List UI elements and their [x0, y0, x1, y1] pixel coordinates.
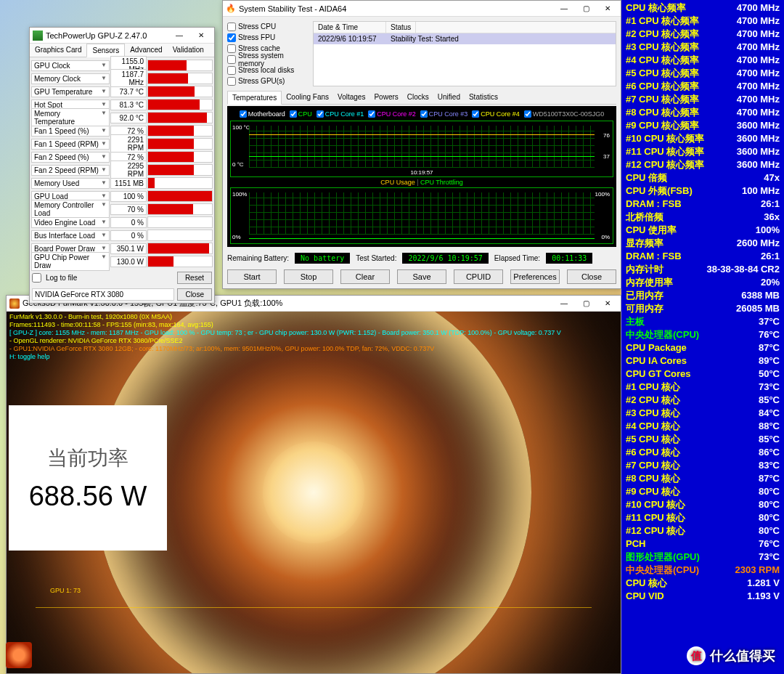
aida-titlebar[interactable]: 🔥 System Stability Test - AIDA64 — ▢ ✕ — [223, 1, 621, 17]
sensor-value[interactable]: 92.0 °C — [110, 113, 147, 123]
preferences-button[interactable]: Preferences — [510, 269, 560, 284]
sensor-value[interactable]: 130.0 W — [110, 256, 147, 267]
sensor-label[interactable]: Video Engine Load▼ — [31, 217, 110, 228]
aida-subtab-voltages[interactable]: Voltages — [333, 91, 369, 104]
start-button[interactable]: Start — [227, 269, 277, 284]
osd-name: #9 CPU 核心 — [626, 485, 680, 498]
stress-label: Stress system memory — [238, 52, 307, 68]
osd-value: 73°C — [759, 381, 780, 394]
aida-subtab-unified[interactable]: Unified — [433, 91, 465, 104]
sensor-value[interactable]: 1187.7 MHz — [110, 69, 147, 88]
osd-row: #12 CPU 核心80°C — [626, 524, 780, 537]
sensor-row: Memory Used▼1151 MB — [31, 176, 213, 190]
gpuz-title: TechPowerUp GPU-Z 2.47.0 — [46, 31, 147, 40]
sensor-value[interactable]: 0 % — [110, 217, 147, 228]
sensor-value[interactable]: 2291 RPM — [110, 134, 147, 153]
close-button[interactable]: Close — [567, 269, 616, 284]
minimize-button[interactable]: — — [169, 29, 189, 42]
osd-value: 100 MHz — [742, 184, 780, 198]
close-button-footer[interactable]: Close — [177, 288, 212, 301]
osd-name: 已用内存 — [626, 289, 663, 302]
sensor-label[interactable]: Fan 2 Speed (RPM)▼ — [31, 165, 110, 176]
sensor-label[interactable]: Fan 1 Speed (%)▼ — [31, 126, 110, 137]
stress-checkbox[interactable] — [227, 77, 236, 86]
sensor-label[interactable]: Fan 1 Speed (RPM)▼ — [31, 139, 110, 150]
sensor-label[interactable]: GPU Clock▼ — [31, 60, 110, 71]
sensor-label[interactable]: Memory Temperature▼ — [31, 108, 110, 127]
elapsed-value: 00:11:33 — [546, 253, 592, 264]
sensor-label[interactable]: Memory Controller Load▼ — [31, 200, 110, 219]
stress-checkbox[interactable] — [227, 55, 236, 64]
minimize-button[interactable]: — — [554, 297, 574, 310]
stress-checkbox[interactable] — [227, 23, 236, 31]
cpu-osd-panel: CPU 核心频率4700 MHz#1 CPU 核心频率4700 MHz#2 CP… — [621, 0, 784, 674]
sensor-value[interactable]: 0 % — [110, 230, 147, 241]
maximize-button[interactable]: ▢ — [576, 297, 596, 310]
legend-checkbox[interactable] — [472, 110, 479, 118]
aida-subtab-powers[interactable]: Powers — [369, 91, 402, 104]
sensor-value[interactable]: 81.3 °C — [110, 100, 147, 110]
close-button[interactable]: ✕ — [597, 297, 618, 310]
sensor-label[interactable]: Memory Used▼ — [31, 178, 110, 189]
furmark-taskbar-icon[interactable] — [6, 642, 32, 668]
save-button[interactable]: Save — [397, 269, 446, 284]
aida-subtab-clocks[interactable]: Clocks — [403, 91, 433, 104]
minimize-button[interactable]: — — [554, 2, 574, 15]
maximize-button[interactable]: ▢ — [576, 2, 596, 15]
sensor-value[interactable]: 100 % — [110, 191, 147, 202]
aida-subtab-statistics[interactable]: Statistics — [465, 91, 502, 104]
osd-value: 4700 MHz — [737, 93, 780, 106]
gpuz-tab-graphics-card[interactable]: Graphics Card — [30, 44, 86, 57]
legend-checkbox[interactable] — [524, 110, 531, 118]
sensor-value[interactable]: 2295 RPM — [110, 161, 147, 179]
sensor-label[interactable]: Memory Clock▼ — [31, 73, 110, 84]
osd-name: #2 CPU 核心 — [626, 394, 680, 407]
stress-checkbox[interactable] — [227, 44, 236, 53]
elapsed-label: Elapsed Time: — [494, 254, 540, 262]
osd-value: 86°C — [759, 446, 780, 459]
temp-axis-lo: 0 °C — [232, 161, 244, 168]
aida-subtab-temperatures[interactable]: Temperatures — [227, 91, 282, 105]
osd-name: CPU GT Cores — [626, 368, 691, 381]
stress-option: Stress system memory — [227, 54, 307, 65]
gpuz-window: TechPowerUp GPU-Z 2.47.0 — ✕ Graphics Ca… — [29, 27, 215, 304]
osd-row: CPU 核心频率4700 MHz — [626, 1, 780, 15]
usage-axis-hi: 100% — [232, 191, 247, 198]
osd-row: #6 CPU 核心频率4700 MHz — [626, 80, 780, 93]
legend-checkbox[interactable] — [290, 110, 297, 118]
sensor-value[interactable]: 70 % — [110, 204, 147, 215]
sensor-label[interactable]: Fan 2 Speed (%)▼ — [31, 152, 110, 163]
stress-checkbox[interactable] — [227, 66, 236, 75]
osd-name: #8 CPU 核心频率 — [626, 106, 699, 119]
gpu-select[interactable]: NVIDIA GeForce RTX 3080 — [32, 288, 174, 301]
legend-checkbox[interactable] — [368, 110, 375, 118]
aida-subtab-cooling fans[interactable]: Cooling Fans — [282, 91, 333, 104]
legend-checkbox[interactable] — [240, 110, 247, 118]
sensor-label[interactable]: Bus Interface Load▼ — [31, 230, 110, 241]
stop-button[interactable]: Stop — [284, 269, 333, 284]
osd-row: CPU Package87°C — [626, 341, 780, 354]
close-button[interactable]: ✕ — [191, 29, 211, 42]
reset-button[interactable]: Reset — [177, 272, 212, 284]
sensor-label[interactable]: GPU Temperature▼ — [31, 86, 110, 97]
sensor-label[interactable]: GPU Chip Power Draw▼ — [31, 252, 110, 271]
log-to-file-checkbox[interactable] — [32, 273, 41, 283]
legend-checkbox[interactable] — [317, 110, 324, 118]
osd-name: #12 CPU 核心频率 — [626, 158, 704, 171]
osd-row: PCH76°C — [626, 537, 780, 551]
gpuz-tab-advanced[interactable]: Advanced — [125, 44, 167, 57]
cpuid-button[interactable]: CPUID — [454, 269, 503, 284]
gpuz-titlebar[interactable]: TechPowerUp GPU-Z 2.47.0 — ✕ — [30, 28, 214, 44]
clear-button[interactable]: Clear — [340, 269, 390, 284]
sensor-value[interactable]: 73.7 °C — [110, 86, 147, 97]
close-button[interactable]: ✕ — [597, 2, 618, 15]
osd-value: 6388 MB — [741, 289, 780, 302]
stress-checkbox[interactable] — [227, 33, 236, 42]
sensor-value[interactable]: 1151 MB — [110, 178, 147, 189]
sensor-bar — [147, 203, 213, 215]
osd-value: 80°C — [759, 498, 780, 511]
legend-checkbox[interactable] — [420, 110, 428, 118]
watermark-text: 什么值得买 — [710, 647, 775, 665]
gpuz-tab-validation[interactable]: Validation — [168, 44, 209, 57]
sensor-value[interactable]: 350.1 W — [110, 243, 147, 254]
